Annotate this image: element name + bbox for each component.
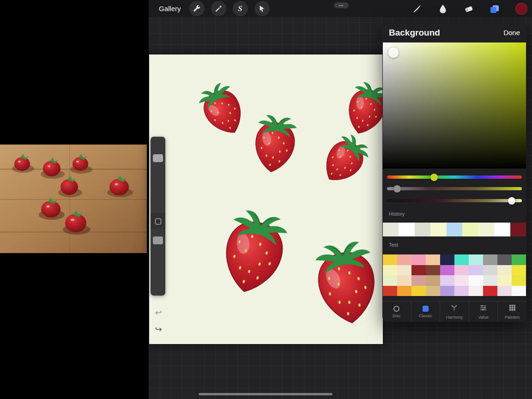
palette-grid [383,254,526,296]
brush-button[interactable] [412,4,422,14]
palette-swatch[interactable] [426,254,440,265]
color-field[interactable] [383,42,526,169]
brush-size-slider[interactable] [153,154,163,162]
palette-swatch[interactable] [483,275,497,286]
history-swatch[interactable] [447,223,462,236]
palette-swatch[interactable] [454,254,469,265]
palette-swatch[interactable] [497,254,512,265]
palette-swatch[interactable] [483,265,497,276]
color-panel-header: Background Done [382,23,526,42]
redo-icon: ↪ [155,325,162,334]
history-swatch[interactable] [399,223,414,236]
panel-title: Background [389,28,440,38]
undo-button[interactable]: ↩ [153,308,163,318]
selection-button[interactable]: S [233,1,248,16]
palette-swatch[interactable] [512,286,526,296]
history-swatch[interactable] [510,223,526,236]
palette-swatch[interactable] [440,275,454,286]
history-swatch[interactable] [494,223,510,236]
selection-icon: S [238,5,242,13]
actions-button[interactable] [189,1,205,16]
palette-swatch[interactable] [397,265,411,276]
palette-swatch[interactable] [426,275,440,286]
brightness-slider-knob[interactable] [508,197,515,205]
palette-swatch[interactable] [483,254,497,265]
palette-swatch[interactable] [512,254,526,265]
transform-button[interactable] [254,1,270,16]
saturation-slider-knob[interactable] [393,185,401,193]
tab-disc[interactable]: Disc [382,302,411,322]
palette-swatch[interactable] [383,286,397,296]
screen: Gallery S [0,0,532,399]
palette-swatch[interactable] [411,275,426,286]
smudge-button[interactable] [438,4,448,14]
palette-swatch[interactable] [454,286,469,296]
hue-slider[interactable] [387,175,522,179]
eraser-button[interactable] [464,4,474,14]
tab-label: Palettes [505,315,520,320]
palette-swatch[interactable] [497,265,512,276]
history-swatch[interactable] [383,223,399,236]
tab-harmony[interactable]: Harmony [440,302,469,322]
square-icon [155,218,161,224]
harmony-icon [451,304,458,313]
palette-swatch[interactable] [469,275,483,286]
layers-button[interactable] [490,4,500,14]
history-label: History [389,211,405,217]
palette-swatch[interactable] [469,254,483,265]
gallery-button[interactable]: Gallery [159,5,181,12]
palette-swatch[interactable] [440,265,454,276]
magic-wand-icon [214,5,223,13]
done-button[interactable]: Done [503,29,520,36]
current-color-swatch[interactable] [515,3,527,15]
tab-palettes[interactable]: Palettes [497,302,526,322]
palette-swatch[interactable] [383,254,397,265]
value-sliders-icon [480,304,487,313]
palette-swatch[interactable] [497,275,512,286]
history-swatch[interactable] [430,223,446,236]
wrench-icon [193,5,201,13]
hue-slider-knob[interactable] [430,174,438,181]
modify-button[interactable] [151,213,165,230]
artwork [149,54,383,344]
history-swatch[interactable] [415,223,430,236]
palette-swatch[interactable] [397,286,411,296]
palettes-grid-icon [509,304,516,313]
brush-opacity-slider[interactable] [153,236,163,244]
adjustments-button[interactable] [211,1,226,16]
palette-swatch[interactable] [411,254,426,265]
palette-swatch[interactable] [454,265,469,276]
palette-swatch[interactable] [512,275,526,286]
palette-swatch[interactable] [411,286,426,296]
color-field-selector[interactable] [388,48,399,58]
redo-button[interactable]: ↪ [153,324,163,334]
home-indicator[interactable] [199,393,332,395]
palette-swatch[interactable] [411,265,426,276]
palette-swatch[interactable] [426,265,440,276]
smudge-icon [438,4,448,14]
history-swatch[interactable] [478,223,494,236]
palette-swatch[interactable] [426,286,440,296]
palette-swatch[interactable] [383,265,397,276]
palette-swatch[interactable] [469,265,483,276]
palette-swatch[interactable] [512,265,526,276]
palette-swatch[interactable] [454,275,469,286]
color-panel: Background Done History Test Disc Clas [382,23,526,322]
palette-swatch[interactable] [397,254,411,265]
palette-swatch[interactable] [440,254,454,265]
palette-swatch[interactable] [440,286,454,296]
tab-classic[interactable]: Classic [411,302,440,322]
palette-swatch[interactable] [469,286,483,296]
saturation-slider[interactable] [387,187,522,190]
palette-swatch[interactable] [383,275,397,286]
palette-swatch[interactable] [483,286,497,296]
brightness-slider[interactable] [387,199,522,202]
history-swatch[interactable] [462,223,478,236]
tab-value[interactable]: Value [469,302,498,322]
palette-swatch[interactable] [497,286,512,296]
layers-icon [490,4,500,14]
sidebar [151,137,165,296]
canvas-options-button[interactable]: ••• [334,2,349,8]
palette-swatch[interactable] [397,275,411,286]
canvas[interactable] [149,54,383,344]
